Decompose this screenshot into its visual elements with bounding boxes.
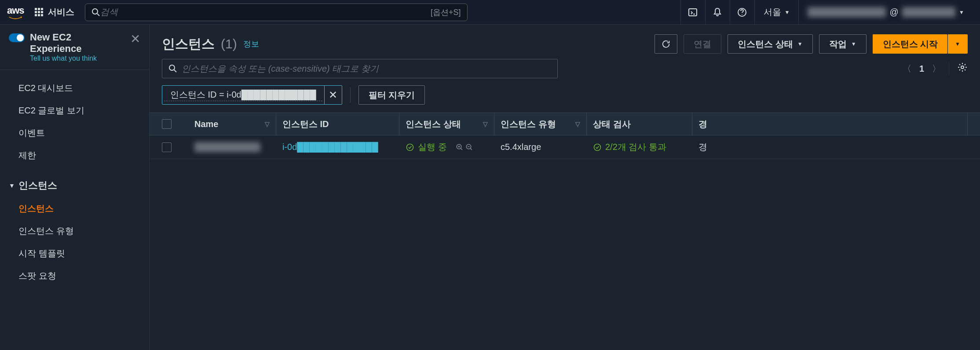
instance-name: ██████████ xyxy=(194,142,260,152)
aws-logo[interactable]: aws xyxy=(7,5,24,20)
grid-icon xyxy=(35,8,44,17)
account-selector[interactable]: ████████████ @ ████████ ▼ xyxy=(798,0,973,25)
page-title: 인스턴스 xyxy=(162,35,215,53)
zoom-in-icon xyxy=(456,143,464,151)
services-menu[interactable]: 서비스 xyxy=(35,6,74,18)
row-checkbox[interactable] xyxy=(162,142,172,152)
column-instance-id[interactable]: 인스턴스 ID xyxy=(276,113,399,135)
sidebar-item-limits[interactable]: 제한 xyxy=(0,144,149,167)
launch-instance-button[interactable]: 인스턴스 시작 xyxy=(873,34,948,54)
column-name[interactable]: Name▽ xyxy=(188,113,276,135)
connect-button[interactable]: 연결 xyxy=(684,34,721,54)
check-circle-icon xyxy=(593,143,602,152)
sort-icon: ▽ xyxy=(575,120,586,128)
refresh-icon xyxy=(661,39,671,49)
search-shortcut: [옵션+S] xyxy=(431,7,461,18)
account-id: ████████ xyxy=(902,7,955,17)
caret-down-icon: ▼ xyxy=(959,9,964,15)
column-status-check[interactable]: 상태 검사 xyxy=(587,113,692,135)
filter-chip: 인스턴스 ID = i-0d████████████ ✕ xyxy=(162,85,342,105)
filter-input[interactable] xyxy=(182,64,551,74)
table-header: Name▽ 인스턴스 ID 인스턴스 상태▽ 인스턴스 유형▽ 상태 검사 경 xyxy=(150,113,980,135)
prev-page-button[interactable]: 〈 xyxy=(903,63,911,75)
sort-icon: ▽ xyxy=(483,120,494,128)
clear-filters-button[interactable]: 필터 지우기 xyxy=(358,85,425,105)
filter-search[interactable] xyxy=(162,59,558,78)
filter-chip-label: 인스턴스 ID = i-0d████████████ xyxy=(164,89,322,101)
sidebar-item-global-view[interactable]: EC2 글로벌 보기 xyxy=(0,99,149,122)
sidebar-group-label: 인스턴스 xyxy=(18,179,57,192)
svg-line-13 xyxy=(470,148,472,150)
caret-down-icon: ▼ xyxy=(785,9,790,15)
notifications-icon[interactable] xyxy=(705,0,730,25)
column-state[interactable]: 인스턴스 상태▽ xyxy=(399,113,494,135)
settings-icon[interactable] xyxy=(949,62,968,75)
new-experience-banner: New EC2 Experience Tell us what you thin… xyxy=(0,25,149,70)
filter-chips: 인스턴스 ID = i-0d████████████ ✕ 필터 지우기 xyxy=(150,85,980,113)
cloudshell-icon[interactable] xyxy=(680,0,705,25)
close-icon[interactable]: ✕ xyxy=(130,32,140,46)
instance-type: c5.4xlarge xyxy=(501,142,541,152)
column-alarm[interactable]: 경 xyxy=(692,113,968,135)
sidebar-item-spot-requests[interactable]: 스팟 요청 xyxy=(0,265,149,287)
launch-instance-dropdown[interactable]: ▼ xyxy=(947,34,968,54)
svg-line-1 xyxy=(97,14,99,16)
state-zoom-icons[interactable] xyxy=(456,143,473,151)
search-icon xyxy=(91,8,100,17)
actions-menu[interactable]: 작업 ▼ xyxy=(819,34,867,54)
global-search[interactable]: [옵션+S] xyxy=(85,4,468,21)
column-type[interactable]: 인스턴스 유형▽ xyxy=(494,113,587,135)
sidebar-group-instances[interactable]: ▼ 인스턴스 xyxy=(0,174,149,197)
caret-down-icon: ▼ xyxy=(9,182,15,189)
pagination: 〈 1 〉 xyxy=(903,62,968,75)
search-input[interactable] xyxy=(100,7,431,17)
sidebar-item-events[interactable]: 이벤트 xyxy=(0,122,149,144)
feedback-link[interactable]: Tell us what you think xyxy=(30,55,125,62)
search-icon xyxy=(168,64,177,73)
refresh-button[interactable] xyxy=(655,34,677,54)
svg-line-9 xyxy=(461,148,462,150)
check-circle-icon xyxy=(406,143,414,152)
sidebar-item-dashboard[interactable]: EC2 대시보드 xyxy=(0,77,149,99)
caret-down-icon: ▼ xyxy=(797,41,803,47)
instances-table: Name▽ 인스턴스 ID 인스턴스 상태▽ 인스턴스 유형▽ 상태 검사 경 … xyxy=(150,113,980,159)
remove-filter-icon[interactable]: ✕ xyxy=(324,86,342,104)
svg-point-4 xyxy=(169,65,175,70)
next-page-button[interactable]: 〉 xyxy=(932,63,941,75)
sidebar-item-instance-types[interactable]: 인스턴스 유형 xyxy=(0,220,149,242)
sort-icon: ▽ xyxy=(265,120,276,128)
sidebar-item-instances[interactable]: 인스턴스 xyxy=(0,197,149,220)
sidebar-item-launch-templates[interactable]: 시작 템플릿 xyxy=(0,242,149,265)
svg-point-6 xyxy=(961,66,964,69)
services-label: 서비스 xyxy=(48,6,74,18)
new-experience-title: New EC2 Experience xyxy=(30,32,125,55)
main-content: 인스턴스 (1) 정보 연결 인스턴스 상태 ▼ 작업 ▼ 인스턴스 시작 xyxy=(150,25,980,350)
status-check-badge: 2/2개 검사 통과 xyxy=(593,141,666,153)
svg-point-15 xyxy=(594,144,601,150)
alarm-cell: 경 xyxy=(698,141,707,153)
table-row[interactable]: ██████████ i-0d█████████████ 실행 중 c5.4xl… xyxy=(150,135,980,159)
caret-down-icon: ▼ xyxy=(851,41,856,47)
svg-line-5 xyxy=(174,70,176,72)
divider xyxy=(350,87,351,103)
svg-point-7 xyxy=(407,144,413,150)
launch-instance-group: 인스턴스 시작 ▼ xyxy=(873,34,968,54)
new-experience-toggle[interactable] xyxy=(9,33,25,42)
sidebar: New EC2 Experience Tell us what you thin… xyxy=(0,25,150,350)
region-selector[interactable]: 서울 ▼ xyxy=(754,0,799,25)
page-number: 1 xyxy=(919,64,924,74)
select-all-checkbox[interactable] xyxy=(162,119,172,129)
info-link[interactable]: 정보 xyxy=(243,39,259,49)
instance-count: (1) xyxy=(221,36,237,51)
help-icon[interactable] xyxy=(730,0,754,25)
state-badge: 실행 중 xyxy=(406,141,447,153)
page-header: 인스턴스 (1) 정보 연결 인스턴스 상태 ▼ 작업 ▼ 인스턴스 시작 xyxy=(150,25,980,59)
account-user: ████████████ xyxy=(808,7,886,17)
filter-row: 〈 1 〉 xyxy=(150,59,980,85)
svg-rect-2 xyxy=(689,9,697,16)
region-label: 서울 xyxy=(764,6,781,18)
svg-point-0 xyxy=(92,9,98,14)
instance-id-link[interactable]: i-0d█████████████ xyxy=(282,142,378,152)
instance-state-menu[interactable]: 인스턴스 상태 ▼ xyxy=(728,34,812,54)
top-navigation: aws 서비스 [옵션+S] 서울 ▼ ████████████ @ █████… xyxy=(0,0,980,25)
